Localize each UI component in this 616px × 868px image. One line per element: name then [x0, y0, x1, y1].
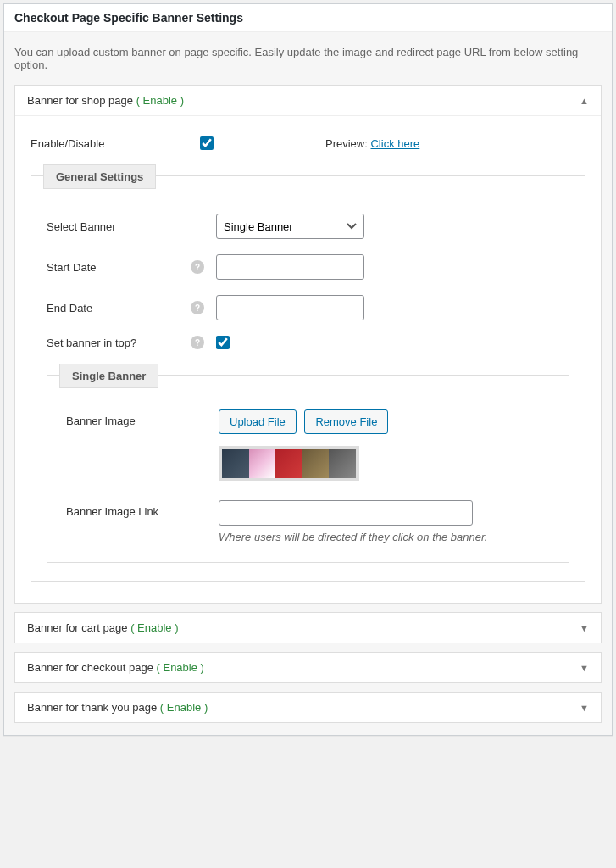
image-strip	[222, 449, 356, 478]
end-date-row: End Date ?	[47, 295, 569, 320]
set-top-label: Set banner in top? ?	[47, 336, 216, 349]
triangle-down-icon: ▼	[580, 663, 589, 673]
general-settings-fieldset: General Settings Select Banner Single Ba…	[31, 175, 585, 582]
banner-link-row: Banner Image Link Where users will be di…	[66, 500, 550, 543]
label-text: End Date	[47, 302, 92, 314]
label-text: Select Banner	[47, 220, 116, 233]
set-top-row: Set banner in top? ?	[47, 336, 569, 349]
select-banner-label: Select Banner	[47, 220, 216, 233]
triangle-down-icon: ▼	[580, 703, 589, 713]
accordion-cart: Banner for cart page ( Enable ) ▼	[14, 612, 602, 643]
start-date-input[interactable]	[216, 254, 364, 280]
accordion-title-text: Banner for cart page	[27, 621, 128, 634]
enable-checkbox[interactable]	[200, 136, 214, 150]
help-icon[interactable]: ?	[191, 301, 204, 314]
end-date-label: End Date ?	[47, 301, 216, 314]
accordion-body-shop: Enable/Disable Preview: Click here Gener…	[15, 115, 601, 603]
enable-row: Enable/Disable Preview: Click here	[31, 136, 585, 150]
banner-link-label: Banner Image Link	[66, 500, 219, 518]
set-top-checkbox[interactable]	[216, 336, 230, 349]
triangle-down-icon: ▼	[580, 623, 589, 633]
accordion-header-shop[interactable]: Banner for shop page ( Enable ) ▲	[15, 86, 601, 115]
single-banner-legend: Single Banner	[59, 364, 158, 388]
page-title: Checkout Page Specific Banner Settings	[14, 11, 602, 25]
help-icon[interactable]: ?	[191, 260, 204, 274]
accordion-shop: Banner for shop page ( Enable ) ▲ Enable…	[14, 85, 602, 604]
banner-image-label: Banner Image	[66, 409, 219, 427]
upload-file-button[interactable]: Upload File	[219, 409, 297, 434]
accordion-header-thankyou[interactable]: Banner for thank you page ( Enable ) ▼	[15, 693, 601, 722]
accordion-checkout: Banner for checkout page ( Enable ) ▼	[14, 652, 602, 683]
accordion-status: ( Enable )	[160, 701, 208, 714]
accordion-header-cart[interactable]: Banner for cart page ( Enable ) ▼	[15, 613, 601, 643]
description-text: You can upload custom banner on page spe…	[14, 46, 602, 71]
banner-link-field: Where users will be directed if they cli…	[219, 500, 550, 543]
accordion-title-text: Banner for shop page	[27, 94, 133, 107]
accordion-thankyou: Banner for thank you page ( Enable ) ▼	[14, 692, 602, 723]
banner-image-row: Banner Image Upload File Remove File	[66, 409, 550, 481]
banner-link-input[interactable]	[219, 500, 473, 526]
banner-image-field: Upload File Remove File	[219, 409, 550, 481]
accordion-title: Banner for checkout page ( Enable )	[27, 661, 204, 674]
banner-link-hint: Where users will be directed if they cli…	[219, 531, 550, 543]
accordion-header-checkout[interactable]: Banner for checkout page ( Enable ) ▼	[15, 653, 601, 682]
enable-field: Preview: Click here	[200, 136, 585, 150]
enable-label: Enable/Disable	[31, 137, 200, 150]
set-top-field	[216, 336, 569, 349]
label-text: Set banner in top?	[47, 337, 136, 349]
preview-label: Preview:	[325, 137, 368, 150]
general-settings-legend: General Settings	[43, 164, 156, 189]
select-banner-row: Select Banner Single Banner	[47, 214, 569, 239]
help-icon[interactable]: ?	[191, 336, 204, 349]
end-date-field	[216, 295, 569, 320]
accordion-title: Banner for cart page ( Enable )	[27, 621, 179, 634]
start-date-row: Start Date ?	[47, 254, 569, 280]
banner-image-preview	[219, 446, 359, 481]
accordion-title-text: Banner for thank you page	[27, 701, 157, 714]
accordion-status: ( Enable )	[130, 621, 178, 634]
accordion-title: Banner for thank you page ( Enable )	[27, 701, 208, 714]
metabox-body: You can upload custom banner on page spe…	[4, 32, 612, 735]
select-banner-dropdown[interactable]: Single Banner	[216, 214, 364, 239]
preview-block: Preview: Click here	[325, 137, 419, 150]
metabox-header: Checkout Page Specific Banner Settings	[4, 4, 612, 32]
triangle-up-icon: ▲	[580, 96, 589, 106]
preview-link[interactable]: Click here	[370, 137, 419, 150]
end-date-input[interactable]	[216, 295, 364, 320]
settings-metabox: Checkout Page Specific Banner Settings Y…	[3, 3, 613, 736]
remove-file-button[interactable]: Remove File	[304, 409, 388, 434]
select-banner-field: Single Banner	[216, 214, 569, 239]
single-banner-fieldset: Single Banner Banner Image Upload File R…	[47, 375, 569, 563]
label-text: Start Date	[47, 261, 97, 274]
accordion-title: Banner for shop page ( Enable )	[27, 94, 184, 107]
accordion-status: ( Enable )	[136, 94, 184, 107]
start-date-field	[216, 254, 569, 280]
accordion-title-text: Banner for checkout page	[27, 661, 153, 674]
start-date-label: Start Date ?	[47, 260, 216, 274]
accordion-status: ( Enable )	[157, 661, 204, 674]
